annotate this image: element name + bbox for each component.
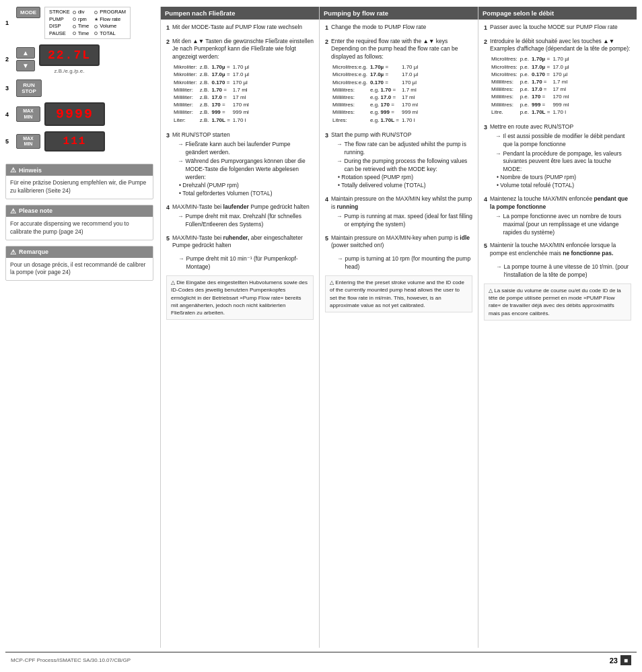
de-step-4-text: MAX/MIN-Taste bei laufender Pumpe gedrüc… bbox=[172, 203, 314, 229]
de-step-3-note1: → Fließrate kann auch bei laufender Pump… bbox=[178, 141, 314, 157]
hinweis-box: ⚠ Hinweis Für eine präzise Dosierung emp… bbox=[5, 164, 153, 199]
fr-step-4-num: 4 bbox=[484, 195, 487, 236]
mode-block: MODE STROKE div PROGRAM PUMP rpm★ Flow r… bbox=[16, 7, 131, 39]
main-content: 1 MODE STROKE div PROGRAM PUMP rpm★ Flow… bbox=[5, 7, 637, 648]
de-step-4-note: → Pumpe dreht mit max. Drehzahl (für sch… bbox=[178, 213, 314, 229]
en-step-3: 3 Start the pump with RUN/STOP → The flo… bbox=[325, 131, 472, 190]
display-1: 22.7L bbox=[39, 44, 100, 66]
de-step-4: 4 MAX/MIN-Taste bei laufender Pumpe gedr… bbox=[166, 203, 314, 229]
col-de: Pumpen nach Fließrate 1 Mit der MODE-Tas… bbox=[160, 7, 319, 648]
de-step-1-text: Mit der MODE-Taste auf PUMP Flow rate we… bbox=[172, 24, 314, 32]
en-step-2-text: Enter the required flow rate with the ▲▼… bbox=[331, 38, 472, 126]
fr-step-4: 4 Maintenez la touche MAX/MIN enfoncée p… bbox=[484, 195, 631, 236]
device-row-4: 4 MAXMIN 9999 bbox=[5, 102, 153, 126]
de-step-5-num: 5 bbox=[166, 234, 170, 250]
de-step-3-text: Mit RUN/STOP starten → Fließrate kann au… bbox=[172, 131, 314, 198]
please-note-box: ⚠ Please note For accurate dispensing we… bbox=[5, 205, 153, 240]
remarque-box: ⚠ Remarque Pour un dosage précis, il est… bbox=[5, 246, 153, 281]
row-num-4: 4 bbox=[5, 111, 12, 118]
hinweis-body: Für eine präzise Dosierung empfehlen wir… bbox=[6, 176, 153, 199]
de-step-2-text: Mit den ▲▼ Tasten die gewünschte Fließra… bbox=[172, 38, 314, 126]
fr-step-5: 5 Maintenir la touche MAX/MIN enfoncée l… bbox=[484, 242, 631, 258]
de-step-3-bullets: • Drehzahl (PUMP rpm) • Total geförderte… bbox=[179, 182, 314, 198]
en-bottom-note: △ Entering the the preset stroke volume … bbox=[325, 275, 472, 312]
device-row-1: 1 MODE STROKE div PROGRAM PUMP rpm★ Flow… bbox=[5, 7, 153, 39]
page: 1 MODE STROKE div PROGRAM PUMP rpm★ Flow… bbox=[0, 0, 642, 672]
de-step-5: 5 MAX/MIN-Taste bei ruhender, aber einge… bbox=[166, 234, 314, 250]
page-num-text: 23 bbox=[610, 657, 618, 665]
de-step-5-text: MAX/MIN-Taste bei ruhender, aber eingesc… bbox=[172, 234, 314, 250]
run-stop-button[interactable]: RUN STOP bbox=[16, 79, 42, 97]
fr-step-2-text: Introduire le débit souhaité avec les to… bbox=[490, 38, 631, 118]
fr-step-4-text: Maintenez la touche MAX/MIN enfoncée pen… bbox=[490, 195, 631, 236]
fr-step-3-bullets: • Nombre de tours (PUMP rpm) • Volume to… bbox=[497, 174, 631, 190]
please-note-body: For accurate dispensing we recommend you… bbox=[6, 217, 153, 240]
col-en-content: 1 Change the mode to PUMP Flow rate 2 En… bbox=[325, 24, 472, 312]
max-min-button-5[interactable]: MAXMIN bbox=[16, 134, 40, 149]
en-step-3-note2: → During the pumping process the followi… bbox=[336, 158, 472, 174]
fr-step-3: 3 Mettre en route avec RUN/STOP → Il est… bbox=[484, 123, 631, 190]
up-button[interactable]: ▲ bbox=[16, 47, 35, 59]
remarque-icon: ⚠ bbox=[10, 248, 16, 256]
fr-step-2-num: 2 bbox=[484, 38, 487, 118]
fr-step-3-text: Mettre en route avec RUN/STOP → Il est a… bbox=[490, 123, 631, 190]
columns: Pumpen nach Fließrate 1 Mit der MODE-Tas… bbox=[160, 7, 637, 648]
hinweis-icon: ⚠ bbox=[10, 166, 16, 174]
down-button[interactable]: ▼ bbox=[16, 60, 35, 71]
fr-step-4-note: → La pompe fonctionne avec un nombre de … bbox=[495, 213, 631, 237]
en-step-5-num: 5 bbox=[325, 234, 328, 250]
device-row-2: 2 ▲ ▼ 22.7L z.B./e.g./p.e. bbox=[5, 44, 153, 74]
de-step-1-num: 1 bbox=[166, 24, 170, 32]
left-panel: 1 MODE STROKE div PROGRAM PUMP rpm★ Flow… bbox=[5, 7, 160, 648]
col-fr-header: Pompage selon le débit bbox=[478, 7, 637, 20]
en-step-4-note: → Pump is running at max. speed (ideal f… bbox=[336, 213, 472, 229]
remarque-title: Remarque bbox=[19, 248, 48, 255]
de-step-2: 2 Mit den ▲▼ Tasten die gewünschte Fließ… bbox=[166, 38, 314, 126]
page-block: ■ bbox=[620, 655, 631, 665]
en-step-2: 2 Enter the required flow rate with the … bbox=[325, 38, 472, 126]
en-step-4: 4 Maintain pressure on the MAX/MIN key w… bbox=[325, 195, 472, 229]
max-min-button-4[interactable]: MAXMIN bbox=[16, 106, 40, 122]
en-step-5-text: Maintain pressure on MAX/MIN-key when pu… bbox=[331, 234, 472, 250]
row-num-5: 5 bbox=[5, 138, 12, 145]
please-note-title: Please note bbox=[19, 207, 52, 214]
col-en-header: Pumping by flow rate bbox=[320, 7, 478, 20]
en-step-1-num: 1 bbox=[325, 24, 328, 32]
en-step-4-num: 4 bbox=[325, 195, 328, 229]
row-num-3: 3 bbox=[5, 85, 12, 92]
fr-step-1: 1 Passer avec la touche MODE sur PUMP Fl… bbox=[484, 24, 631, 32]
mode-button[interactable]: MODE bbox=[16, 7, 40, 18]
en-step-1-text: Change the mode to PUMP Flow rate bbox=[331, 24, 472, 32]
display-1-label: z.B./e.g./p.e. bbox=[55, 68, 85, 74]
col-en: Pumping by flow rate 1 Change the mode t… bbox=[319, 7, 478, 648]
fr-step-3-num: 3 bbox=[484, 123, 487, 190]
display-3: 111 bbox=[44, 131, 105, 152]
de-bottom-note: △ Die Eingabe des eingestellten Hubvolum… bbox=[166, 275, 314, 320]
en-step-3-note1: → The flow rate can be adjusted whilst t… bbox=[336, 141, 472, 157]
en-step-2-num: 2 bbox=[325, 38, 328, 126]
en-step-3-num: 3 bbox=[325, 131, 328, 190]
row-num-2: 2 bbox=[5, 56, 12, 63]
fr-step-1-text: Passer avec la touche MODE sur PUMP Flow… bbox=[490, 24, 631, 32]
footer-copyright: MCP-CPF Process/ISMATEC SA/30.10.07/CB/G… bbox=[11, 657, 131, 663]
de-step-4-num: 4 bbox=[166, 203, 170, 229]
en-step-5-note: → pump is turning at 10 rpm (for mountin… bbox=[337, 255, 472, 271]
please-note-header: ⚠ Please note bbox=[6, 205, 153, 217]
de-step-3-num: 3 bbox=[166, 131, 170, 198]
fr-step-2: 2 Introduire le débit souhaité avec les … bbox=[484, 38, 631, 118]
en-flow-table: Microlitres:e.g.1.70µ =1.70 µl Microlitr… bbox=[331, 63, 419, 124]
col-de-header: Pumpen nach Fließrate bbox=[161, 7, 319, 20]
device-row-3: 3 RUN STOP bbox=[5, 79, 153, 97]
en-step-3-text: Start the pump with RUN/STOP → The flow … bbox=[331, 131, 472, 190]
hinweis-header: ⚠ Hinweis bbox=[6, 164, 153, 176]
de-flow-table: Mikroliter:z.B.1.70µ =1.70 µl Mikroliter… bbox=[172, 63, 250, 124]
please-note-icon: ⚠ bbox=[10, 207, 16, 215]
en-step-4-text: Maintain pressure on the MAX/MIN key whi… bbox=[331, 195, 472, 229]
row-num-1: 1 bbox=[5, 20, 12, 26]
de-step-3-note2: → Während des Pumpvorganges können über … bbox=[178, 158, 314, 182]
de-step-3: 3 Mit RUN/STOP starten → Fließrate kann … bbox=[166, 131, 314, 198]
display-2: 9999 bbox=[44, 102, 105, 126]
fr-step-5-note: → La pompe tourne à une vitesse de 10 t/… bbox=[496, 263, 631, 279]
fr-step-5-num: 5 bbox=[484, 242, 487, 258]
fr-step-3-note1: → Il est aussi possible de modifier le d… bbox=[495, 133, 631, 149]
